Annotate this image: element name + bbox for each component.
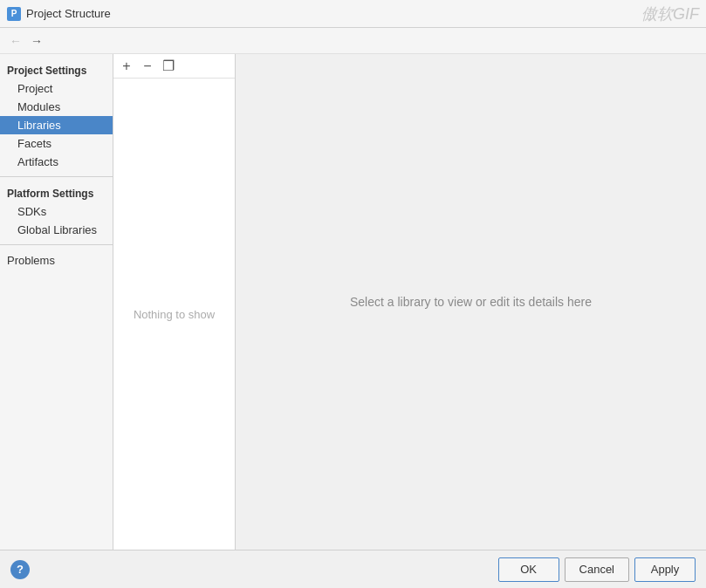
copy-library-button[interactable]: ❐ [159,57,178,76]
add-library-button[interactable]: + [117,57,136,76]
sidebar-divider [0,176,113,177]
right-panel-hint: Select a library to view or edit its det… [350,295,592,309]
help-button[interactable]: ? [10,560,30,579]
main-layout: ← → Project Settings Project Modules Lib… [0,28,706,588]
project-settings-header: Project Settings [0,59,113,79]
content-area: Project Settings Project Modules Librari… [0,54,706,550]
library-list-empty: Nothing to show [113,79,235,550]
nav-bar: ← → [0,28,706,54]
sidebar-item-modules[interactable]: Modules [0,98,113,116]
ok-button[interactable]: OK [498,557,559,582]
sidebar: Project Settings Project Modules Librari… [0,54,113,550]
cancel-button[interactable]: Cancel [565,557,629,582]
library-list-panel: + − ❐ Nothing to show [113,54,236,550]
library-toolbar: + − ❐ [113,54,235,79]
bottom-bar: ? OK Cancel Apply [0,550,706,588]
sidebar-item-global-libraries[interactable]: Global Libraries [0,221,113,239]
apply-button[interactable]: Apply [634,557,696,582]
sidebar-item-facets[interactable]: Facets [0,134,113,153]
platform-settings-header: Platform Settings [0,182,113,202]
back-button[interactable]: ← [7,32,24,50]
title-bar: P Project Structure 傲软GIF [0,0,706,28]
window-title: Project Structure [26,7,111,20]
sidebar-item-libraries[interactable]: Libraries [0,116,113,134]
sidebar-item-sdks[interactable]: SDKs [0,202,113,221]
sidebar-item-problems[interactable]: Problems [0,250,113,270]
forward-button[interactable]: → [28,32,45,50]
sidebar-item-artifacts[interactable]: Artifacts [0,153,113,171]
bottom-left: ? [10,560,30,579]
sidebar-divider-2 [0,244,113,245]
remove-library-button[interactable]: − [138,57,157,76]
app-icon: P [7,7,21,21]
right-panel: Select a library to view or edit its det… [236,54,706,550]
watermark: 傲软GIF [641,3,699,24]
sidebar-item-project[interactable]: Project [0,79,113,98]
